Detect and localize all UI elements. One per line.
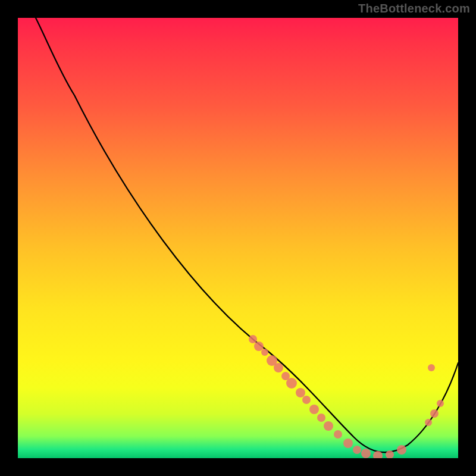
curve-marker (261, 349, 268, 356)
chart-svg (18, 18, 458, 458)
curve-marker (397, 445, 406, 455)
curve-marker (334, 430, 342, 439)
bottleneck-curve (36, 18, 458, 452)
curve-marker (286, 378, 297, 389)
curve-marker (437, 400, 444, 407)
curve-marker (274, 363, 283, 372)
curve-marker (343, 439, 353, 448)
curve-marker (361, 449, 371, 458)
curve-marker (254, 342, 264, 351)
watermark-text: TheBottleneck.com (358, 2, 470, 15)
curve-marker (324, 421, 333, 431)
curve-marker (428, 364, 435, 371)
curve-marker (430, 409, 439, 418)
curve-marker (309, 405, 319, 414)
curve-marker (425, 419, 432, 426)
plot-area (18, 18, 458, 458)
curve-marker (249, 335, 257, 343)
chart-frame: TheBottleneck.com (0, 0, 476, 476)
curve-marker (317, 414, 325, 422)
curve-marker (296, 388, 305, 397)
curve-marker (302, 396, 311, 404)
curve-marker (353, 446, 361, 454)
